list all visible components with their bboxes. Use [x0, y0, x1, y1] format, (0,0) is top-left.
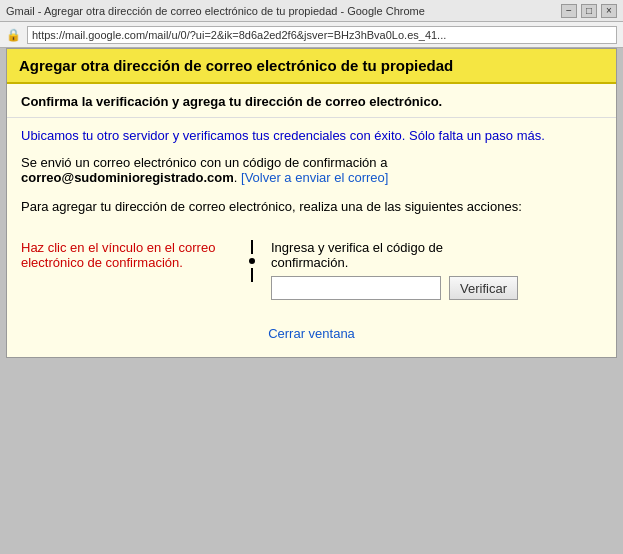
url-input[interactable]	[27, 26, 617, 44]
close-button[interactable]: ×	[601, 4, 617, 18]
page-content: Confirma la verificación y agrega tu dir…	[7, 84, 616, 357]
right-action: Ingresa y verifica el código de confirma…	[263, 240, 602, 300]
email-address: correo@sudominioregistrado.com	[21, 170, 234, 185]
page-header: Agregar otra dirección de correo electró…	[7, 49, 616, 84]
verification-code-input[interactable]	[271, 276, 441, 300]
code-label-line2: confirmación.	[271, 255, 348, 270]
email-sent-info: Se envió un correo electrónico con un có…	[21, 155, 602, 185]
code-label: Ingresa y verifica el código de confirma…	[271, 240, 602, 270]
success-message: Ubicamos tu otro servidor y verificamos …	[21, 128, 602, 143]
action-section: Haz clic en el vínculo en el correo elec…	[7, 236, 616, 310]
resend-email-link[interactable]: [Volver a enviar el correo]	[241, 170, 388, 185]
title-bar: Gmail - Agregar otra dirección de correo…	[0, 0, 623, 22]
code-label-line1: Ingresa y verifica el código de	[271, 240, 443, 255]
confirm-header-text: Confirma la verificación y agrega tu dir…	[21, 94, 442, 109]
background-area	[0, 358, 623, 538]
left-text-part1: Haz clic en el	[21, 240, 102, 255]
instructions-section: Para agregar tu dirección de correo elec…	[7, 199, 616, 236]
email-sent-label: Se envió un correo electrónico con un có…	[21, 155, 387, 170]
divider-line-bottom	[251, 268, 253, 282]
confirm-header-section: Confirma la verificación y agrega tu dir…	[7, 84, 616, 118]
page-title: Agregar otra dirección de correo electró…	[19, 57, 604, 74]
verify-button[interactable]: Verificar	[449, 276, 518, 300]
left-text-part2: .	[179, 255, 183, 270]
divider-line-top	[251, 240, 253, 254]
maximize-button[interactable]: □	[581, 4, 597, 18]
close-section: Cerrar ventana	[7, 310, 616, 357]
divider-dot	[249, 258, 255, 264]
window-title: Gmail - Agregar otra dirección de correo…	[6, 5, 425, 17]
minimize-button[interactable]: −	[561, 4, 577, 18]
main-window: Agregar otra dirección de correo electró…	[6, 48, 617, 358]
lock-icon: 🔒	[6, 28, 21, 42]
instructions-text: Para agregar tu dirección de correo elec…	[21, 199, 602, 214]
close-window-link[interactable]: Cerrar ventana	[268, 326, 355, 341]
address-bar: 🔒	[0, 22, 623, 48]
window-controls: − □ ×	[561, 4, 617, 18]
left-action-text: Haz clic en el vínculo en el correo elec…	[21, 240, 215, 270]
or-divider	[241, 240, 263, 282]
verification-row: Verificar	[271, 276, 602, 300]
left-action: Haz clic en el vínculo en el correo elec…	[21, 240, 241, 270]
info-section: Ubicamos tu otro servidor y verificamos …	[7, 118, 616, 199]
